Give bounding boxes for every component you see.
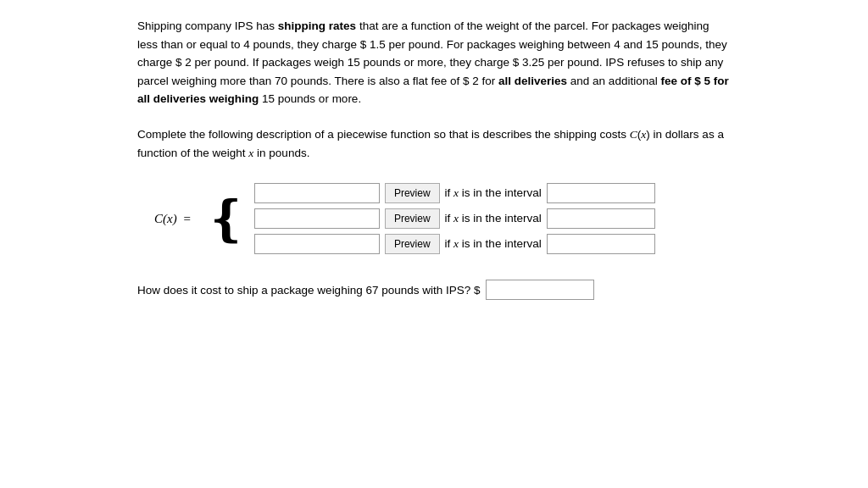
cost-input[interactable] — [486, 280, 594, 300]
piecewise-row-3: Preview if x is in the interval — [254, 234, 655, 254]
preview-button-1[interactable]: Preview — [385, 183, 440, 203]
final-question-text: How does it cost to ship a package weigh… — [137, 284, 481, 297]
interval-label-3: if x is in the interval — [445, 237, 542, 251]
left-brace: ❴ — [206, 196, 248, 242]
interval-label-1: if x is in the interval — [445, 186, 542, 200]
piecewise-row-1: Preview if x is in the interval — [254, 183, 655, 203]
formula-input-3[interactable] — [254, 234, 380, 254]
formula-input-2[interactable] — [254, 208, 380, 229]
equals-sign: = — [181, 212, 191, 226]
interval-input-2[interactable] — [547, 208, 655, 229]
final-question: How does it cost to ship a package weigh… — [137, 280, 731, 300]
interval-input-3[interactable] — [547, 234, 655, 254]
interval-input-1[interactable] — [547, 183, 655, 203]
preview-button-2[interactable]: Preview — [385, 208, 440, 229]
preview-button-3[interactable]: Preview — [385, 234, 440, 254]
function-label: C(x) — [154, 212, 177, 226]
piecewise-row-2: Preview if x is in the interval — [254, 208, 655, 229]
problem-description: Shipping company IPS has shipping rates … — [137, 17, 731, 108]
piecewise-rows: Preview if x is in the interval Preview … — [254, 183, 655, 254]
piecewise-function: C(x) = ❴ Preview if x is in the interval… — [154, 183, 731, 254]
interval-label-2: if x is in the interval — [445, 212, 542, 225]
instruction-text: Complete the following description of a … — [137, 125, 731, 162]
formula-input-1[interactable] — [254, 183, 380, 203]
